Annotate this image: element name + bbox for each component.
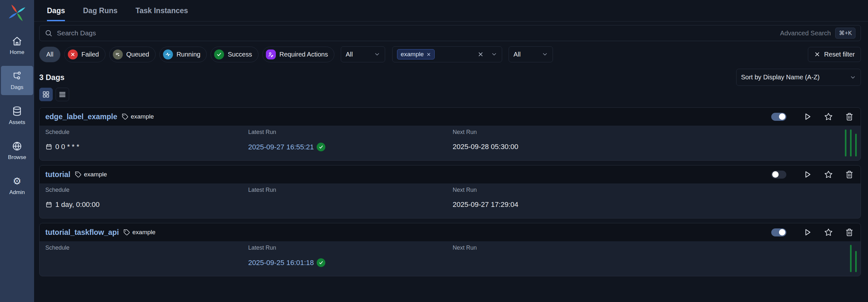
dag-card-body: Schedule 1 day, 0:00:00 Latest Run <box>39 183 861 218</box>
schedule-column: Schedule <box>45 244 248 267</box>
favorite-button[interactable] <box>824 112 833 121</box>
main-area: Dags Dag Runs Task Instances Advanced Se… <box>34 0 868 302</box>
toggle-knob <box>779 113 785 120</box>
tag-token-label: example <box>401 51 424 58</box>
search-input[interactable] <box>57 29 776 37</box>
dag-name-link[interactable]: tutorial <box>45 170 70 179</box>
pause-toggle[interactable] <box>771 228 786 236</box>
latest-run-column: Latest Run <box>248 187 453 209</box>
list-header: 3 Dags Sort by Display Name (A-Z) <box>39 69 861 86</box>
table-view-button[interactable] <box>56 88 69 101</box>
dag-card-body: Schedule Latest Run 2025-09-25 16:01:18 <box>39 241 861 276</box>
chevron-down-icon <box>491 51 497 58</box>
dag-tag[interactable]: example <box>122 113 154 120</box>
next-run-column: Next Run 2025-09-27 17:29:04 <box>453 187 855 209</box>
remove-tag-icon[interactable] <box>426 52 431 57</box>
schedule-label: Schedule <box>45 187 248 193</box>
dag-tag[interactable]: example <box>123 229 156 236</box>
filter-chip-failed[interactable]: Failed <box>64 46 105 62</box>
list-icon <box>59 91 66 98</box>
sidebar-item-browse[interactable]: Browse <box>1 136 33 165</box>
dag-tag-label: example <box>132 229 156 236</box>
card-view-button[interactable] <box>39 88 53 101</box>
star-icon <box>824 228 833 236</box>
latest-run-link[interactable]: 2025-09-25 16:01:18 <box>248 259 314 267</box>
dag-name-link[interactable]: tutorial_taskflow_api <box>45 228 119 237</box>
success-status-icon <box>317 258 326 267</box>
sort-dropdown[interactable]: Sort by Display Name (A-Z) <box>736 69 861 86</box>
clear-tags-icon[interactable] <box>477 51 484 58</box>
sidebar-item-dags[interactable]: Dags <box>1 66 33 95</box>
schedule-label: Schedule <box>45 129 248 136</box>
sidebar-item-label: Browse <box>8 154 26 161</box>
tags-filter-dropdown[interactable]: example <box>392 46 502 62</box>
filter-chip-queued[interactable]: Queued <box>109 46 156 62</box>
run-bar[interactable] <box>845 130 846 157</box>
filter-chip-all[interactable]: All <box>39 46 60 62</box>
shortcut-badge: ⌘+K <box>835 28 856 39</box>
reset-filter-button[interactable]: Reset filter <box>808 47 861 62</box>
dag-tag[interactable]: example <box>75 171 107 178</box>
sidebar-item-admin[interactable]: ⚙ Admin <box>1 171 33 200</box>
pause-toggle[interactable] <box>771 113 786 121</box>
dag-controls <box>771 228 855 236</box>
selected-tag-token[interactable]: example <box>397 49 435 60</box>
globe-icon <box>12 141 22 151</box>
sidebar-item-assets[interactable]: Assets <box>1 101 33 130</box>
filter-chip-success[interactable]: Success <box>211 46 258 62</box>
star-icon <box>824 170 833 179</box>
schedule-value: 1 day, 0:00:00 <box>45 200 248 209</box>
delete-button[interactable] <box>845 170 854 179</box>
database-icon <box>12 106 22 116</box>
favorite-button[interactable] <box>824 228 833 236</box>
next-run-value: 2025-09-27 17:29:04 <box>453 200 855 209</box>
trash-icon <box>845 170 854 179</box>
dag-controls <box>771 170 855 179</box>
advanced-search-link[interactable]: Advanced Search <box>780 30 831 37</box>
latest-run-label: Latest Run <box>248 244 453 251</box>
next-run-label: Next Run <box>453 244 855 251</box>
dag-card-body: Schedule 0 0 * * * Latest Run 2025-09-27… <box>39 126 861 160</box>
gear-icon: ⚙ <box>13 176 22 186</box>
run-bar[interactable] <box>850 245 851 272</box>
airflow-logo-icon[interactable] <box>8 4 26 22</box>
latest-run-column: Latest Run 2025-09-27 16:55:21 <box>248 129 453 151</box>
next-run-value: 2025-09-28 05:30:00 <box>453 143 855 151</box>
tab-dag-runs[interactable]: Dag Runs <box>83 0 117 21</box>
run-bar[interactable] <box>850 130 851 157</box>
success-status-icon <box>317 143 326 151</box>
recent-runs-bars[interactable] <box>850 245 857 272</box>
trigger-run-button[interactable] <box>803 228 812 236</box>
next-run-label: Next Run <box>453 187 855 193</box>
filter-chip-running[interactable]: Running <box>159 46 207 62</box>
recent-runs-bars[interactable] <box>845 130 857 157</box>
pause-toggle[interactable] <box>771 171 786 179</box>
trigger-run-button[interactable] <box>803 170 812 179</box>
user-edit-icon <box>266 49 276 60</box>
tab-dags[interactable]: Dags <box>47 0 65 21</box>
tab-task-instances[interactable]: Task Instances <box>136 0 188 21</box>
favorite-filter-dropdown[interactable]: All <box>508 46 553 62</box>
latest-run-label: Latest Run <box>248 187 453 193</box>
dags-icon <box>12 71 22 81</box>
chip-label: Failed <box>81 51 99 58</box>
favorite-button[interactable] <box>824 170 833 179</box>
dag-name-link[interactable]: edge_label_example <box>45 112 117 121</box>
sidebar-item-home[interactable]: Home <box>1 31 33 60</box>
filter-chip-required-actions[interactable]: Required Actions <box>262 46 334 62</box>
running-activity-icon <box>163 49 173 60</box>
dropdown-value: All <box>346 51 353 58</box>
run-bar[interactable] <box>855 251 857 272</box>
latest-run-link[interactable]: 2025-09-27 16:55:21 <box>248 143 314 151</box>
dag-card: edge_label_example example <box>39 107 861 161</box>
dag-card-header: tutorial_taskflow_api example <box>39 223 861 241</box>
delete-button[interactable] <box>845 228 854 236</box>
paused-filter-dropdown[interactable]: All <box>341 46 385 62</box>
dag-card-header: tutorial example <box>39 165 861 183</box>
star-icon <box>824 112 833 121</box>
reset-filter-label: Reset filter <box>824 51 855 58</box>
trigger-run-button[interactable] <box>803 112 812 121</box>
delete-button[interactable] <box>845 112 854 121</box>
run-bar[interactable] <box>855 134 857 157</box>
schedule-column: Schedule 1 day, 0:00:00 <box>45 187 248 209</box>
